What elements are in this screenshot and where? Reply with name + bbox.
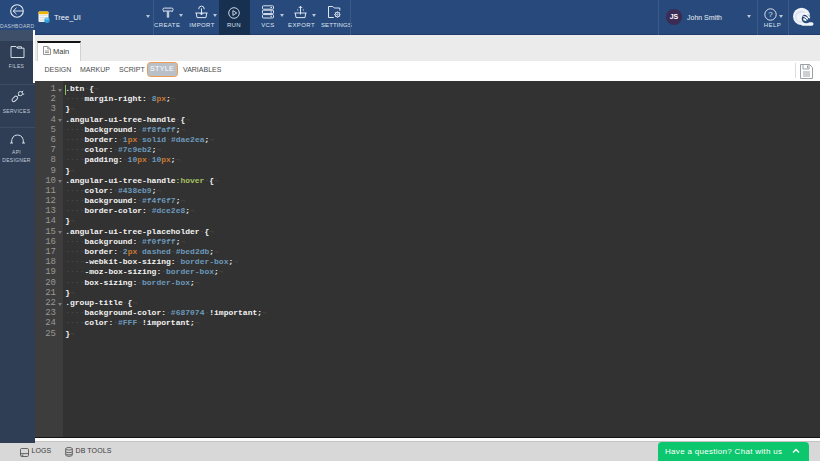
svg-text:?: ? bbox=[768, 10, 773, 19]
